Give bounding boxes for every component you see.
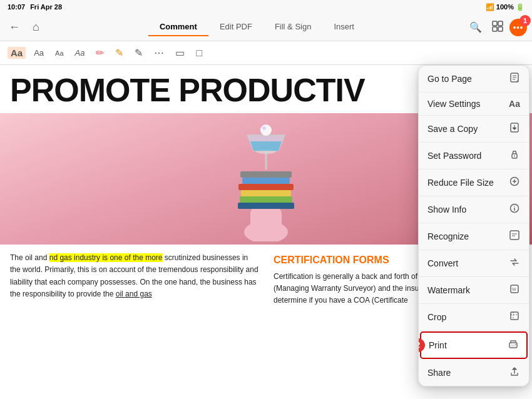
tab-comment[interactable]: Comment (148, 18, 208, 36)
ann-text-1[interactable]: Aa (8, 47, 26, 59)
time-display: 10:07 (8, 3, 25, 11)
svg-point-19 (514, 156, 515, 157)
svg-rect-5 (250, 207, 282, 238)
svg-rect-7 (240, 196, 292, 203)
svg-rect-10 (242, 178, 290, 184)
menu-item-show-info[interactable]: Show Info (419, 196, 529, 223)
menu-item-view-settings[interactable]: View Settings Aa (419, 93, 529, 116)
back-button[interactable]: ← (5, 18, 24, 36)
menu-item-print-wrapper: 2 Print (419, 331, 529, 359)
tab-insert[interactable]: Insert (322, 18, 366, 36)
home-button[interactable]: ⌂ (29, 18, 43, 36)
ann-box[interactable]: ▭ (172, 45, 188, 61)
status-bar: 10:07 Fri Apr 28 📶 100% 🔋 (0, 0, 532, 14)
pdf-highlighted-text: nd gas industry is one of the more (49, 253, 163, 262)
menu-item-print[interactable]: 2 Print (420, 331, 528, 359)
ann-stamp[interactable]: □ (193, 46, 205, 61)
annotation-bar: Aa Aa Aa Aa ✏ ✎ ✎ ⋯ ▭ □ (0, 41, 532, 65)
svg-rect-0 (493, 21, 497, 26)
menu-item-share[interactable]: Share (419, 360, 529, 386)
menu-item-go-to-page[interactable]: Go to Page (419, 66, 529, 93)
ann-underline[interactable]: ⋯ (151, 45, 167, 61)
menu-item-reduce-file-size[interactable]: Reduce File Size (419, 169, 529, 196)
menu-item-set-password[interactable]: Set Password (419, 143, 529, 169)
battery-display: 📶 100% 🔋 (486, 3, 524, 11)
dropdown-menu: Go to Page View Settings Aa Save a Copy … (418, 65, 529, 386)
main-content: PROMOTE PRODUCTIV (0, 65, 532, 399)
svg-text:W: W (512, 287, 516, 291)
pdf-text-before-highlight: The oil and (10, 253, 49, 262)
menu-item-watermark[interactable]: Watermark W (419, 277, 529, 304)
ann-text-2[interactable]: Aa (31, 46, 47, 59)
toolbar-right: 🔍 ••• 1 (466, 18, 527, 37)
ann-text-3[interactable]: Aa (52, 48, 66, 59)
svg-rect-28 (511, 345, 516, 346)
ann-text-4[interactable]: Aa (72, 46, 88, 59)
search-button[interactable]: 🔍 (466, 19, 486, 36)
svg-rect-11 (240, 171, 292, 178)
svg-rect-9 (238, 184, 294, 190)
svg-rect-3 (498, 27, 503, 31)
svg-rect-23 (510, 231, 519, 240)
svg-rect-1 (498, 21, 503, 26)
badge-2: 2 (418, 338, 425, 352)
svg-rect-2 (493, 27, 497, 31)
ann-highlight-orange[interactable]: ✎ (112, 45, 126, 61)
svg-rect-6 (238, 203, 294, 209)
date-display: Fri Apr 28 (30, 3, 62, 11)
ann-highlight-red[interactable]: ✏ (93, 45, 107, 61)
ann-pen[interactable]: ✎ (131, 45, 146, 61)
svg-point-14 (260, 124, 272, 136)
svg-rect-26 (511, 312, 518, 320)
menu-item-convert[interactable]: Convert (419, 250, 529, 277)
menu-item-save-copy[interactable]: Save a Copy (419, 116, 529, 143)
menu-item-crop[interactable]: Crop (419, 304, 529, 331)
grid-button[interactable] (488, 18, 507, 37)
svg-point-29 (515, 344, 516, 345)
svg-rect-8 (241, 190, 291, 196)
svg-point-15 (262, 126, 266, 130)
cocktail-svg (203, 116, 329, 241)
tab-edit-pdf[interactable]: Edit PDF (208, 18, 263, 36)
more-button-wrapper: ••• 1 (509, 19, 527, 36)
toolbar-tabs: Comment Edit PDF Fill & Sign Insert (51, 18, 463, 36)
main-toolbar: ← ⌂ Comment Edit PDF Fill & Sign Insert … (0, 14, 532, 41)
nav-buttons: ← ⌂ (5, 18, 43, 36)
tab-fill-sign[interactable]: Fill & Sign (263, 18, 323, 36)
pdf-left-col: The oil and nd gas industry is one of th… (10, 252, 258, 306)
badge-1: 1 (519, 15, 531, 26)
svg-point-22 (514, 206, 515, 207)
menu-item-recognize[interactable]: Recognize (419, 223, 529, 250)
